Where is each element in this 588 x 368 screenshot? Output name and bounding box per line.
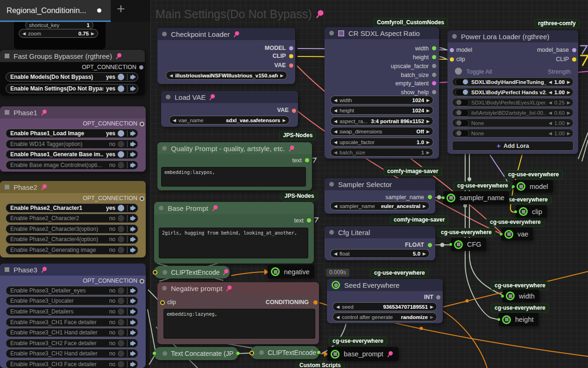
- combo-next-icon[interactable]: ▶: [426, 108, 430, 113]
- toggle-knob[interactable]: [118, 329, 124, 336]
- strength-down-icon[interactable]: ◀: [549, 121, 552, 125]
- anything-everywhere-icon[interactable]: [504, 230, 513, 239]
- workflow-tab[interactable]: Regional_Conditionin...: [0, 0, 111, 22]
- input-slot-clip[interactable]: [450, 57, 454, 62]
- toggle-row[interactable]: Enable Phase1_Generate Base im... yes: [6, 150, 138, 159]
- toggle-knob[interactable]: [118, 85, 124, 92]
- toggle-row[interactable]: Enable Phase3_CH3 Face detailer no: [6, 360, 138, 368]
- combo-prev-icon[interactable]: ◀: [22, 31, 26, 36]
- output-slot-show-help[interactable]: [432, 90, 436, 94]
- input-slot-clip[interactable]: [153, 270, 157, 275]
- strength-down-icon[interactable]: ◀: [549, 100, 552, 105]
- toggle-knob[interactable]: [118, 247, 124, 253]
- bypass-arrow-icon[interactable]: [130, 205, 136, 211]
- toggle-knob[interactable]: [118, 205, 124, 211]
- toggle-row[interactable]: Enable Main Settings(Do Not Bypass) yes: [6, 84, 138, 93]
- combo-next-icon[interactable]: ▶: [430, 305, 433, 309]
- combo-next-icon[interactable]: ▶: [426, 98, 430, 103]
- bypass-arrow-icon[interactable]: [130, 247, 136, 253]
- combo-next-icon[interactable]: ▶: [280, 73, 283, 78]
- bypass-arrow-icon[interactable]: [130, 236, 136, 242]
- toggle-knob[interactable]: [118, 226, 124, 232]
- zoom-widget[interactable]: ◀ zoom 0.75 ▶: [19, 29, 98, 38]
- strength-down-icon[interactable]: ◀: [549, 111, 552, 115]
- node-anything-everywhere-clip[interactable]: clip: [516, 205, 547, 218]
- node-text-concatenate[interactable]: Text Concatenate (JP: [154, 347, 238, 360]
- node-fast-groups-bypasser[interactable]: Fast Groups Bypasser (rgthree) OPT_CONNE…: [0, 50, 145, 96]
- node-header[interactable]: Fast Groups Bypasser (rgthree): [0, 50, 145, 62]
- node-cr-sdxl-aspect-ratio[interactable]: CR SDXL Aspect Ratio width height upscal…: [325, 27, 439, 159]
- bypass-arrow-icon[interactable]: [130, 319, 136, 325]
- collapse-icon[interactable]: [162, 146, 167, 151]
- lora-row[interactable]: None ◀ 1.00 ▶: [452, 118, 574, 127]
- lora-row[interactable]: ilxl\Artstyle\BD2artstyle_ilxl-00... ◀ 0…: [452, 108, 574, 117]
- bypass-arrow-icon[interactable]: [130, 215, 136, 221]
- anything-everywhere-icon[interactable]: [454, 240, 463, 249]
- output-slot-height[interactable]: [432, 55, 436, 59]
- collapse-icon[interactable]: [5, 110, 9, 115]
- node-header[interactable]: Quality Prompt - quality, artstyle, etc.: [157, 142, 312, 154]
- output-slot-vae[interactable]: [289, 63, 293, 68]
- output-slot-float[interactable]: [428, 243, 432, 247]
- combo-prev-icon[interactable]: ◀: [334, 119, 337, 124]
- combo-prev-icon[interactable]: ◀: [336, 305, 340, 309]
- width-widget[interactable]: ◀ width 1024 ▶: [330, 96, 433, 104]
- combo-prev-icon[interactable]: ◀: [170, 73, 173, 78]
- node-header[interactable]: CR SDXL Aspect Ratio: [325, 27, 439, 39]
- node-cliptextencode-collapsed[interactable]: CLIPTextEncode: [154, 266, 230, 278]
- toggle-row[interactable]: Enable Base image Controlnet(opti... no: [6, 160, 138, 170]
- swap-dimensions-widget[interactable]: ◀ swap_dimensions Off ▶: [330, 127, 433, 136]
- output-slot-int[interactable]: [436, 295, 440, 299]
- toggle-row[interactable]: Enable Phase3_CH2 Hand detailer no: [6, 349, 138, 358]
- combo-prev-icon[interactable]: ◀: [334, 150, 337, 155]
- node-phase3[interactable]: Phase3 OPT_CONNECTION Enable Phase3_Deta…: [0, 264, 146, 368]
- float-widget[interactable]: ◀ float 5.0 ▶: [330, 249, 430, 258]
- combo-prev-icon[interactable]: ◀: [334, 98, 337, 103]
- bypass-arrow-icon[interactable]: [130, 351, 136, 356]
- collapse-icon[interactable]: [162, 286, 167, 291]
- strength-down-icon[interactable]: ◀: [549, 90, 552, 95]
- vae-name-widget[interactable]: ◀ vae_name sdxl_vae.safetensors ▶: [169, 116, 290, 125]
- output-slot-vae[interactable]: [292, 109, 296, 113]
- anything-everywhere-icon[interactable]: [506, 292, 515, 300]
- combo-prev-icon[interactable]: ◀: [334, 204, 337, 208]
- output-slot-sampler-name[interactable]: [428, 195, 432, 199]
- toggle-row[interactable]: Enable Phase3_CH1 Hand detailer no: [6, 328, 138, 337]
- node-phase1[interactable]: Phase1 OPT_CONNECTION Enable Phase1_Load…: [0, 106, 146, 172]
- bypass-arrow-icon[interactable]: [130, 288, 136, 293]
- output-slot-opt-connection[interactable]: [140, 122, 144, 126]
- node-load-vae[interactable]: Load VAE VAE ◀ vae_name sdxl_vae.safeten…: [161, 91, 298, 127]
- combo-next-icon[interactable]: ▶: [430, 315, 433, 319]
- node-power-lora-loader[interactable]: Power Lora Loader (rgthree) model clip m…: [447, 30, 578, 154]
- anything-everywhere-icon[interactable]: [517, 182, 525, 191]
- output-slot-batch-size[interactable]: [432, 73, 436, 77]
- node-header[interactable]: Sampler Selector: [325, 178, 435, 190]
- seed-everywhere-icon[interactable]: [332, 281, 340, 289]
- lora-toggle[interactable]: [455, 99, 469, 106]
- combo-next-icon[interactable]: ▶: [426, 140, 430, 145]
- node-checkpoint-loader[interactable]: Checkpoint Loader MODEL CLIP VAE ◀ illus…: [157, 28, 295, 84]
- node-negative-collapsed[interactable]: negative: [268, 265, 314, 278]
- bypass-arrow-icon[interactable]: [130, 86, 136, 91]
- combo-prev-icon[interactable]: ◀: [334, 251, 337, 256]
- lora-row[interactable]: SDXL\Body\PerfectEyesXL(per... ◀ 0.25 ▶: [452, 98, 574, 107]
- negative-text-area[interactable]: embedding:lazyneg,: [163, 309, 315, 339]
- bypass-arrow-icon[interactable]: [130, 340, 136, 346]
- bypass-arrow-icon[interactable]: [130, 74, 136, 80]
- collapse-icon[interactable]: [159, 206, 163, 210]
- toggle-row[interactable]: Enable Phase2_Character3(option) no: [6, 224, 138, 234]
- lora-toggle[interactable]: [455, 119, 469, 127]
- input-slot[interactable]: [449, 243, 452, 246]
- toggle-knob[interactable]: [118, 350, 124, 357]
- strength-up-icon[interactable]: ▶: [567, 111, 570, 115]
- output-slot-opt-connection[interactable]: [139, 65, 143, 69]
- toggle-knob[interactable]: [118, 162, 124, 168]
- toggle-row[interactable]: Enable Phase2_Character4(option) no: [6, 235, 138, 244]
- collapse-icon[interactable]: [329, 230, 334, 235]
- collapse-icon[interactable]: [5, 267, 9, 272]
- output-slot-empty-latent[interactable]: [432, 81, 436, 85]
- upscale-factor-widget[interactable]: ◀ upscale_factor 1.0 ▶: [330, 138, 433, 146]
- node-header[interactable]: Seed Everywhere: [327, 279, 443, 291]
- lora-row[interactable]: SDXL\Body\HandFineTuning_... ◀ 1.00 ▶: [452, 77, 574, 86]
- output-slot-clip[interactable]: [289, 54, 293, 58]
